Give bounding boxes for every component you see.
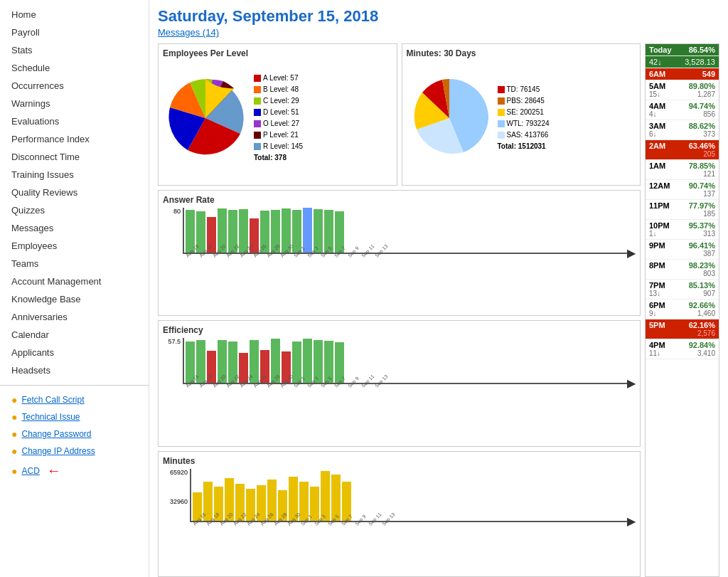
sidebar-item-schedule[interactable]: Schedule (0, 59, 149, 77)
employees-pie-section: A Level: 57 B Level: 48 C Level: 29 D Le… (163, 61, 392, 175)
sidebar: Home Payroll Stats Schedule Occurrences … (0, 0, 149, 577)
rp-row-6am-header: 6AM 549 (646, 68, 719, 80)
bar (310, 487, 319, 521)
minutes-bar-title: Minutes (163, 456, 636, 466)
sidebar-link-acd[interactable]: ● ACD ← (0, 460, 149, 482)
today-label: Today (649, 46, 672, 54)
sidebar-item-quality-reviews[interactable]: Quality Reviews (0, 184, 149, 201)
today-count-label: 42↓ (649, 58, 662, 66)
rp-row-5pm: 5PM 62.16% 2,576 (646, 319, 719, 339)
efficiency-title: Efficiency (163, 325, 636, 335)
messages-link-text[interactable]: Messages (14) (158, 27, 219, 38)
sidebar-link-technical[interactable]: ● Technical Issue (0, 408, 149, 425)
employees-chart-title: Employees Per Level (163, 48, 392, 58)
minutes-chart: Minutes: 30 Days (402, 43, 641, 186)
rp-row-1am: 1AM 78.85% 121 (646, 160, 719, 180)
sidebar-item-payroll[interactable]: Payroll (0, 23, 149, 41)
rp-row-7pm: 7PM 85.13% 13↓ 907 (646, 280, 719, 300)
answer-rate-title: Answer Rate (163, 195, 636, 205)
sidebar-item-warnings[interactable]: Warnings (0, 95, 149, 112)
employees-legend: A Level: 57 B Level: 48 C Level: 29 D Le… (254, 73, 303, 164)
efficiency-arrow: ▶ (627, 376, 636, 390)
bullet-icon: ● (11, 428, 17, 440)
answer-rate-y-label: 80 (163, 208, 181, 215)
rp-row-4am: 4AM 94.74% 4↓ 856 (646, 100, 719, 120)
change-password-link[interactable]: Change Password (21, 429, 91, 439)
minutes-bar-chart: Minutes 65920 32960 (158, 451, 641, 577)
fetch-call-script-link[interactable]: Fetch Call Script (21, 395, 84, 405)
minutes-pie-section: TD: 76145 PBS: 28645 SE: 200251 WTL: 793… (407, 61, 636, 175)
bullet-icon: ● (11, 394, 17, 406)
sidebar-item-home[interactable]: Home (0, 6, 149, 23)
sidebar-item-applicants[interactable]: Applicants (0, 344, 149, 361)
rp-row-2am-header: 2AM 63.46% 205 (646, 140, 719, 160)
sidebar-link-fetch[interactable]: ● Fetch Call Script (0, 391, 149, 408)
right-panel-today-row: Today 86.54% (646, 44, 719, 56)
sidebar-item-stats[interactable]: Stats (0, 41, 149, 59)
sidebar-item-calendar[interactable]: Calendar (0, 326, 149, 344)
rp-row-3am: 3AM 88.62% 6↓ 373 (646, 120, 719, 140)
bar (303, 208, 312, 253)
employees-chart: Employees Per Level (158, 43, 397, 186)
sidebar-item-occurrences[interactable]: Occurrences (0, 77, 149, 95)
efficiency-chart: Efficiency 57.5 (158, 320, 641, 446)
minutes-y2-label: 32960 (163, 498, 188, 505)
rp-row-5am: 5AM 89.80% 15↓ 1,287 (646, 80, 719, 100)
sidebar-item-evaluations[interactable]: Evaluations (0, 112, 149, 130)
rp-row-8pm: 8PM 98.23% 803 (646, 260, 719, 280)
technical-issue-link[interactable]: Technical Issue (21, 412, 80, 422)
answer-rate-x-labels: Aug 16 Aug 18 Aug 20 Aug 22 Aug 24 Aug 2… (183, 255, 627, 260)
minutes-chart-title: Minutes: 30 Days (407, 48, 636, 58)
acd-link[interactable]: ACD (21, 466, 39, 476)
sidebar-item-disconnect-time[interactable]: Disconnect Time (0, 148, 149, 166)
change-ip-link[interactable]: Change IP Address (21, 446, 95, 456)
messages-link[interactable]: Messages (14) (158, 27, 719, 38)
efficiency-x-labels: Aug 16 Aug 18 Aug 20 Aug 22 Aug 24 Aug 2… (183, 385, 627, 390)
minutes-arrow: ▶ (627, 514, 636, 528)
rp-6am-pct: 549 (702, 70, 715, 78)
rp-row-12am: 12AM 90.74% 137 (646, 180, 719, 200)
sidebar-item-quizzes[interactable]: Quizzes (0, 201, 149, 219)
minutes-pie-svg (407, 75, 492, 161)
answer-rate-chart: Answer Rate 80 (158, 190, 641, 316)
rp-6am-label: 6AM (649, 70, 665, 78)
today-pct: 86.54% (689, 46, 715, 54)
rp-row-11pm: 11PM 77.97% 185 (646, 200, 719, 220)
employees-pie-svg (163, 75, 248, 161)
right-panel: Today 86.54% 42↓ 3,528.13 6AM 549 (645, 43, 719, 577)
sidebar-item-training-issues[interactable]: Training Issues (0, 166, 149, 184)
sidebar-item-headsets[interactable]: Headsets (0, 361, 149, 379)
rp-row-6pm: 6PM 92.66% 9↓ 1,460 (646, 300, 719, 319)
charts-main: Employees Per Level (158, 43, 641, 577)
minutes-legend: TD: 76145 PBS: 28645 SE: 200251 WTL: 793… (498, 84, 550, 152)
main-content: Saturday, September 15, 2018 Messages (1… (149, 0, 728, 577)
efficiency-y-label: 57.5 (163, 338, 181, 345)
bar (303, 339, 312, 383)
sidebar-link-password[interactable]: ● Change Password (0, 425, 149, 443)
bullet-icon: ● (11, 465, 17, 477)
sidebar-item-employees[interactable]: Employees (0, 237, 149, 255)
rp-row-4pm: 4PM 92.84% 11↓ 3,410 (646, 339, 719, 359)
minutes-y1-label: 65920 (163, 469, 188, 476)
page-title: Saturday, September 15, 2018 (158, 7, 719, 26)
sidebar-item-knowledge-base[interactable]: Knowledge Base (0, 290, 149, 308)
charts-area: Employees Per Level (158, 43, 719, 577)
top-charts: Employees Per Level (158, 43, 641, 186)
today-count: 3,528.13 (685, 58, 715, 66)
minutes-x-labels: Aug 16 Aug 18 Aug 20 Aug 22 Aug 24 Aug 2… (190, 523, 627, 528)
arrow-icon: ← (47, 462, 61, 479)
rp-row-9pm: 9PM 96.41% 387 (646, 240, 719, 260)
bullet-icon: ● (11, 411, 17, 423)
sidebar-link-ip[interactable]: ● Change IP Address (0, 443, 149, 460)
sidebar-item-account-management[interactable]: Account Management (0, 272, 149, 290)
right-panel-today-sub: 42↓ 3,528.13 (646, 56, 719, 68)
sidebar-item-teams[interactable]: Teams (0, 255, 149, 272)
sidebar-item-anniversaries[interactable]: Anniversaries (0, 308, 149, 326)
sidebar-item-performance-index[interactable]: Performance Index (0, 130, 149, 148)
rp-row-10pm: 10PM 95.37% 1↓ 313 (646, 220, 719, 240)
bullet-icon: ● (11, 445, 17, 457)
answer-rate-arrow: ▶ (627, 246, 636, 260)
sidebar-item-messages[interactable]: Messages (0, 219, 149, 237)
